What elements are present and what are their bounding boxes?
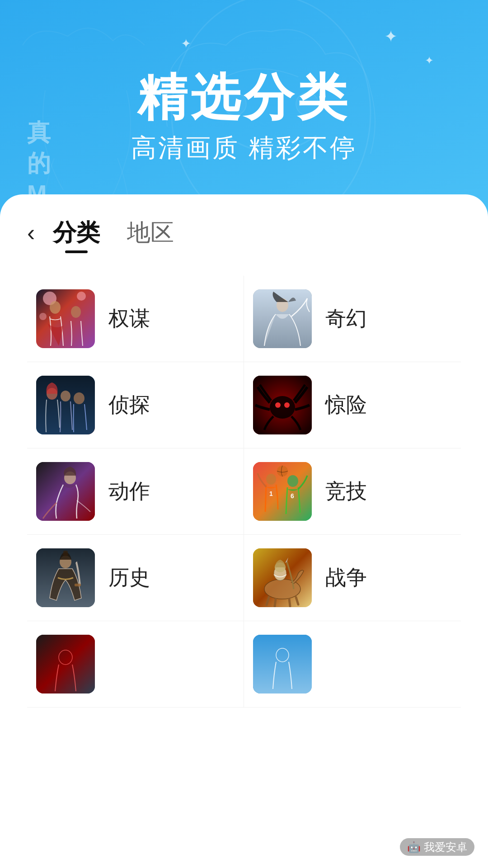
svg-point-23 bbox=[287, 475, 298, 487]
svg-point-15 bbox=[270, 396, 295, 419]
svg-point-6 bbox=[50, 301, 61, 314]
category-item-dongzuo[interactable]: FallenSoul bbox=[27, 448, 244, 535]
tab-bar: ‹ 分类 地区 bbox=[27, 194, 461, 262]
label-jingji: 竞技 bbox=[325, 477, 367, 505]
svg-point-12 bbox=[61, 391, 70, 401]
label-zhenthan: 侦探 bbox=[108, 391, 150, 419]
hero-title: 精选分类 bbox=[0, 72, 488, 122]
svg-rect-28 bbox=[63, 551, 68, 556]
svg-point-4 bbox=[77, 292, 86, 301]
svg-point-5 bbox=[39, 313, 47, 320]
svg-rect-29 bbox=[75, 584, 81, 586]
svg-point-13 bbox=[74, 392, 84, 404]
category-item-lishi[interactable]: 历史 bbox=[27, 535, 244, 621]
svg-point-21 bbox=[266, 474, 276, 485]
category-card: ‹ 分类 地区 bbox=[0, 194, 488, 868]
label-jingxian: 惊险 bbox=[325, 391, 367, 419]
svg-rect-34 bbox=[36, 635, 95, 693]
thumb-bottom1 bbox=[36, 635, 95, 693]
thumb-quanmou bbox=[36, 289, 95, 348]
label-lishi: 历史 bbox=[108, 564, 150, 592]
svg-point-7 bbox=[71, 306, 81, 318]
thumb-bottom2 bbox=[253, 635, 312, 693]
thumb-jingji: 1 6 bbox=[253, 462, 312, 521]
svg-point-16 bbox=[275, 402, 281, 408]
category-item-quanmou[interactable]: 权谋 bbox=[27, 276, 244, 362]
svg-text:1: 1 bbox=[269, 490, 273, 497]
back-button[interactable]: ‹ bbox=[27, 221, 35, 245]
tab-diqu[interactable]: 地区 bbox=[127, 217, 174, 249]
category-item-zhanzhan[interactable]: 战争 bbox=[244, 535, 461, 621]
hero-content: 精选分类 高清画质 精彩不停 bbox=[0, 0, 488, 165]
thumb-dongzuo: FallenSoul bbox=[36, 462, 95, 521]
svg-rect-36 bbox=[253, 635, 312, 693]
category-item-qihuan[interactable]: 奇幻 bbox=[244, 276, 461, 362]
label-dongzuo: 动作 bbox=[108, 477, 150, 505]
svg-text:6: 6 bbox=[291, 492, 294, 500]
category-item-jingji[interactable]: 1 6 bbox=[244, 448, 461, 535]
svg-point-25 bbox=[277, 466, 288, 476]
thumb-zhanzhan bbox=[253, 548, 312, 607]
category-item-bottom2[interactable] bbox=[244, 621, 461, 708]
category-item-bottom1[interactable] bbox=[27, 621, 244, 708]
label-quanmou: 权谋 bbox=[108, 305, 150, 333]
label-zhanzhan: 战争 bbox=[325, 564, 367, 592]
svg-point-17 bbox=[284, 402, 290, 408]
category-grid: 权谋 bbox=[27, 276, 461, 708]
hero-subtitle: 高清画质 精彩不停 bbox=[0, 131, 488, 165]
watermark: 🤖 我爱安卓 bbox=[400, 840, 474, 854]
category-item-jingxian[interactable]: CIVILWAR3 bbox=[244, 362, 461, 448]
tab-fenlei[interactable]: 分类 bbox=[53, 217, 100, 249]
label-qihuan: 奇幻 bbox=[325, 305, 367, 333]
category-item-zhenthan[interactable]: 侦探 bbox=[27, 362, 244, 448]
thumb-jingxian: CIVILWAR3 bbox=[253, 376, 312, 434]
thumb-lishi bbox=[36, 548, 95, 607]
thumb-qihuan bbox=[253, 289, 312, 348]
thumb-zhenthan bbox=[36, 376, 95, 434]
